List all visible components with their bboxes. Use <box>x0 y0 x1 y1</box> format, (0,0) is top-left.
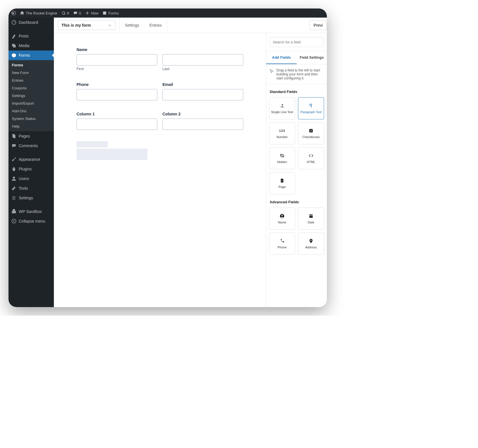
sidebar-submenu-forms: Forms New Form Entries Coupons Settings … <box>9 60 54 131</box>
sidebar-item-forms[interactable]: Forms <box>9 50 54 60</box>
cursor-icon <box>269 69 274 74</box>
wp-logo[interactable] <box>11 11 16 15</box>
wp-admin-bar: The Rocket Engine 6 0 New Forms <box>9 9 327 18</box>
sidebar-sub-system-status[interactable]: System Status <box>9 115 54 122</box>
sublabel-first: First <box>77 67 157 71</box>
sidebar-item-dashboard[interactable]: Dashboard <box>9 18 54 27</box>
preview-button[interactable]: Previ <box>309 20 327 30</box>
number-icon: 123 <box>279 128 285 134</box>
svg-rect-1 <box>103 11 106 14</box>
svg-rect-4 <box>13 45 16 47</box>
sidebar-item-users[interactable]: Users <box>9 174 54 183</box>
svg-rect-8 <box>12 211 16 213</box>
sidebar-sub-settings[interactable]: Settings <box>9 92 54 100</box>
form-selector-dropdown[interactable]: This is my form <box>58 20 115 30</box>
forms-context-link[interactable]: Forms <box>102 11 119 15</box>
sidebar-sub-entries[interactable]: Entries <box>9 77 54 84</box>
sidebar-sub-forms[interactable]: Forms <box>9 61 54 69</box>
sidebar-sub-addons[interactable]: Add-Ons <box>9 107 54 115</box>
sidebar-item-tools[interactable]: Tools <box>9 183 54 193</box>
sidebar-item-pages[interactable]: Pages <box>9 131 54 141</box>
svg-point-9 <box>12 219 16 223</box>
admin-sidebar: Dashboard Posts Media Forms Forms New Fo… <box>9 18 54 307</box>
field-card-address[interactable]: Address <box>298 233 324 255</box>
field-label-phone: Phone <box>77 82 157 87</box>
sidebar-item-plugins[interactable]: Plugins <box>9 164 54 174</box>
sidebar-sub-import-export[interactable]: Import/Export <box>9 100 54 107</box>
sidebar-sub-help[interactable]: Help <box>9 122 54 130</box>
person-icon <box>279 213 285 219</box>
field-phone[interactable]: Phone <box>77 82 157 100</box>
sidebar-item-comments[interactable]: Comments <box>9 141 54 151</box>
field-card-page[interactable]: Page <box>269 172 295 194</box>
input-email[interactable] <box>162 89 243 100</box>
field-card-hidden[interactable]: Hidden <box>269 147 295 169</box>
search-input[interactable] <box>270 37 323 47</box>
sidebar-collapse[interactable]: Collapse menu <box>9 216 54 226</box>
svg-rect-10 <box>309 129 313 132</box>
sidebar-item-wp-sandbox[interactable]: WP Sandbox <box>9 207 54 216</box>
phone-icon <box>279 238 285 244</box>
field-email[interactable]: Email <box>162 82 243 100</box>
svg-rect-6 <box>13 135 15 138</box>
calendar-icon <box>308 213 314 219</box>
code-icon <box>308 153 314 159</box>
field-column-2[interactable]: Column 2 <box>162 112 243 130</box>
field-card-name[interactable]: Name <box>269 208 295 230</box>
sidebar-item-media[interactable]: Media <box>9 41 54 50</box>
section-standard-fields: Standard Fields <box>270 90 324 94</box>
field-column-1[interactable]: Column 1 <box>77 112 157 130</box>
checkbox-icon <box>308 128 314 134</box>
hidden-icon <box>279 153 285 159</box>
input-phone[interactable] <box>77 89 157 100</box>
field-card-paragraph-text[interactable]: Paragraph Text <box>298 97 324 119</box>
form-canvas: Name First Last <box>54 33 266 307</box>
placeholder-field <box>77 149 147 160</box>
sublabel-last: Last <box>162 67 243 71</box>
panel-tab-field-settings[interactable]: Field Settings <box>297 51 327 64</box>
field-card-checkboxes[interactable]: Checkboxes <box>298 122 324 144</box>
comments-link[interactable]: 0 <box>73 11 81 15</box>
sidebar-item-settings[interactable]: Settings <box>9 193 54 203</box>
panel-tab-add-fields[interactable]: Add Fields <box>266 51 297 64</box>
svg-rect-14 <box>309 215 313 216</box>
updates-link[interactable]: 6 <box>61 11 69 15</box>
paragraph-icon <box>308 103 314 109</box>
field-card-number[interactable]: 123Number <box>269 122 295 144</box>
svg-point-7 <box>13 177 15 179</box>
sidebar-item-appearance[interactable]: Appearance <box>9 155 54 164</box>
input-last-name[interactable] <box>162 54 243 65</box>
sidebar-sub-coupons[interactable]: Coupons <box>9 84 54 92</box>
svg-rect-13 <box>309 215 313 218</box>
input-col2[interactable] <box>162 119 243 130</box>
panel-hint: Drag a field to the left to start buildi… <box>266 64 327 84</box>
topbar-tab-settings[interactable]: Settings <box>120 18 144 33</box>
field-card-single-line-text[interactable]: Single Line Text <box>269 97 295 119</box>
right-panel: Add Fields Field Settings Drag a field t… <box>266 33 327 307</box>
topbar-tab-entries[interactable]: Entries <box>144 18 167 33</box>
input-first-name[interactable] <box>77 54 157 65</box>
editor-topbar: This is my form Settings Entries Previ <box>54 18 327 33</box>
section-advanced-fields: Advanced Fields <box>270 200 324 204</box>
location-icon <box>308 238 314 244</box>
field-name[interactable]: Name First Last <box>77 47 243 71</box>
field-label-col1: Column 1 <box>77 112 157 116</box>
svg-point-15 <box>310 240 312 241</box>
input-col1[interactable] <box>77 119 157 130</box>
field-label-email: Email <box>162 82 243 87</box>
site-name-link[interactable]: The Rocket Engine <box>20 11 57 15</box>
field-card-phone[interactable]: Phone <box>269 233 295 255</box>
page-icon <box>279 178 285 183</box>
field-label-name: Name <box>77 47 243 52</box>
text-icon <box>279 103 285 109</box>
chevron-down-icon <box>108 23 112 27</box>
field-card-date[interactable]: Date <box>298 208 324 230</box>
sidebar-sub-new-form[interactable]: New Form <box>9 69 54 77</box>
field-card-html[interactable]: HTML <box>298 147 324 169</box>
field-label-col2: Column 2 <box>162 112 243 116</box>
new-content-link[interactable]: New <box>85 11 98 15</box>
placeholder-label <box>77 141 108 147</box>
sidebar-item-posts[interactable]: Posts <box>9 31 54 41</box>
svg-point-12 <box>282 215 283 216</box>
